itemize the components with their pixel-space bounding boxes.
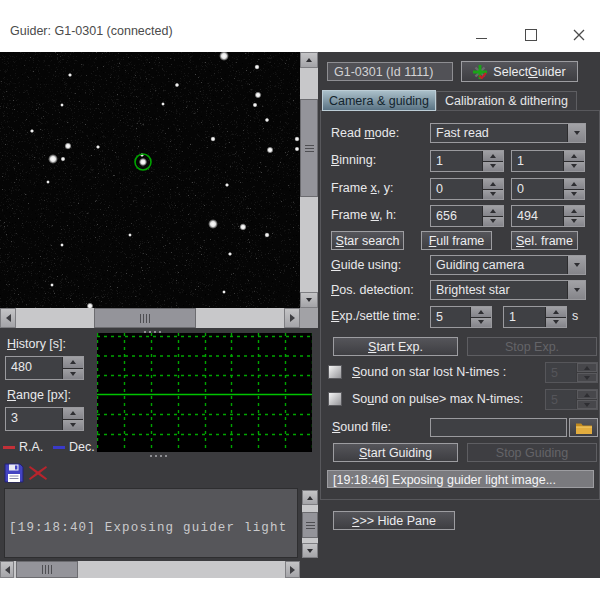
history-label: History [s]: xyxy=(7,337,66,351)
pos-detection-dropdown[interactable]: Brightest star xyxy=(430,280,586,300)
stop-guiding-button: Stop Guiding xyxy=(467,443,597,462)
spin-down-icon[interactable] xyxy=(483,162,503,172)
log-line: [19:18:40] Exposing guider light xyxy=(9,521,297,535)
spin-down-icon[interactable] xyxy=(564,190,584,200)
sound-file-label: Sound file: xyxy=(332,420,391,434)
settle-time-spinner[interactable]: 1 xyxy=(503,306,567,328)
sound-pulse-max-label: Sound on pulse> max N-times: xyxy=(352,392,523,406)
image-vscroll-thumb[interactable] xyxy=(300,99,318,197)
window-title: Guider: G1-0301 (connected) xyxy=(10,24,173,38)
frame-wh-label: Frame w, h: xyxy=(331,208,396,222)
browse-sound-file-button[interactable] xyxy=(569,418,598,437)
spin-down-icon[interactable] xyxy=(564,217,584,227)
range-label: Range [px]: xyxy=(7,388,71,402)
status-field: [19:18:46] Exposing guider light image..… xyxy=(327,470,594,488)
spin-down-icon[interactable] xyxy=(546,318,566,328)
binning-x-spinner[interactable]: 1 xyxy=(430,150,504,172)
scroll-down-icon[interactable] xyxy=(300,292,318,308)
guider-window: Guider: G1-0301 (connected) xyxy=(0,0,600,600)
tab-calibration-dithering[interactable]: Calibration & dithering xyxy=(436,91,577,111)
range-spinner[interactable]: 3 xyxy=(5,407,84,431)
frame-x-spinner[interactable]: 0 xyxy=(430,178,504,200)
spin-up-icon[interactable] xyxy=(546,307,566,317)
history-spinner[interactable]: 480 xyxy=(5,356,84,380)
scroll-left-icon[interactable] xyxy=(0,308,16,328)
image-horizontal-scrollbar[interactable] xyxy=(0,308,300,328)
scroll-right-icon[interactable] xyxy=(284,308,300,328)
sound-file-input[interactable] xyxy=(430,418,567,437)
guide-using-dropdown[interactable]: Guiding camera xyxy=(430,255,586,275)
start-exposure-button[interactable]: Start Exp. xyxy=(333,337,458,356)
binning-y-spinner[interactable]: 1 xyxy=(511,150,585,172)
spin-up-icon[interactable] xyxy=(63,408,83,419)
tab-camera-guiding[interactable]: Camera & guiding xyxy=(322,90,436,111)
chevron-down-icon[interactable] xyxy=(567,281,585,299)
frame-h-spinner[interactable]: 494 xyxy=(511,205,585,227)
spin-up-icon[interactable] xyxy=(483,206,503,216)
spin-up-icon[interactable] xyxy=(564,206,584,216)
scrollbar-corner xyxy=(300,308,318,328)
guiding-graph-canvas xyxy=(97,333,312,452)
scroll-left-icon[interactable] xyxy=(0,561,14,578)
frame-y-spinner[interactable]: 0 xyxy=(511,178,585,200)
scroll-down-icon[interactable] xyxy=(302,543,318,558)
spin-up-icon xyxy=(577,363,597,372)
spin-down-icon[interactable] xyxy=(483,217,503,227)
spin-down-icon xyxy=(577,400,597,409)
ra-legend-swatch xyxy=(3,446,15,449)
frame-w-spinner[interactable]: 656 xyxy=(430,205,504,227)
spin-down-icon[interactable] xyxy=(564,162,584,172)
save-log-button[interactable] xyxy=(4,463,24,483)
settings-panel: G1-0301 (Id 1111) Select Guider Camera &… xyxy=(318,52,600,578)
spin-down-icon[interactable] xyxy=(483,190,503,200)
scroll-up-icon[interactable] xyxy=(300,52,318,68)
chevron-down-icon[interactable] xyxy=(567,256,585,274)
spin-up-icon[interactable] xyxy=(471,307,491,317)
scroll-up-icon[interactable] xyxy=(302,490,318,505)
clear-log-button[interactable] xyxy=(28,463,48,483)
read-mode-label: Read mode: xyxy=(331,126,399,140)
start-guiding-button[interactable]: Start Guiding xyxy=(333,443,458,462)
spin-up-icon[interactable] xyxy=(564,151,584,161)
read-mode-dropdown[interactable]: Fast read xyxy=(430,123,586,143)
spin-up-icon[interactable] xyxy=(564,179,584,189)
guide-using-label: Guide using: xyxy=(331,258,401,272)
log-hscroll-thumb[interactable] xyxy=(16,561,78,578)
image-vertical-scrollbar[interactable] xyxy=(300,52,318,308)
scroll-right-icon[interactable] xyxy=(285,561,300,578)
hide-pane-button[interactable]: >>> Hide Pane xyxy=(333,511,455,530)
pos-detection-label: Pos. detection: xyxy=(331,283,414,297)
spin-down-icon[interactable] xyxy=(63,420,83,431)
folder-icon xyxy=(576,422,592,434)
log-output[interactable]: [19:18:40] Exposing guider light [19:18:… xyxy=(4,488,298,558)
log-vertical-scrollbar[interactable] xyxy=(302,490,318,558)
full-frame-button[interactable]: Full frame xyxy=(421,231,492,250)
titlebar: Guider: G1-0301 (connected) xyxy=(0,0,600,52)
dec-legend-swatch xyxy=(53,446,65,449)
minimize-icon[interactable] xyxy=(471,26,491,44)
chevron-down-icon[interactable] xyxy=(567,124,585,142)
sound-pulse-max-checkbox[interactable] xyxy=(328,392,342,406)
desktop-background xyxy=(0,578,600,600)
splitter-handle[interactable] xyxy=(150,455,167,457)
log-vscroll-thumb[interactable] xyxy=(302,512,318,538)
sel-frame-button[interactable]: Sel. frame xyxy=(511,231,578,250)
exposure-time-spinner[interactable]: 5 xyxy=(430,306,492,328)
maximize-icon[interactable] xyxy=(521,26,541,44)
sound-pulse-max-spinner: 5 xyxy=(545,389,598,410)
spin-up-icon[interactable] xyxy=(483,151,503,161)
image-hscroll-thumb[interactable] xyxy=(94,308,196,328)
log-horizontal-scrollbar[interactable] xyxy=(0,561,300,578)
close-icon[interactable] xyxy=(569,26,589,44)
star-search-button[interactable]: Star search xyxy=(331,231,404,250)
spin-down-icon[interactable] xyxy=(471,318,491,328)
spin-up-icon[interactable] xyxy=(483,179,503,189)
spin-down-icon[interactable] xyxy=(63,369,83,380)
starfield-canvas[interactable] xyxy=(0,52,300,308)
binning-label: Binning: xyxy=(331,153,376,167)
spin-up-icon xyxy=(577,390,597,399)
select-guider-button[interactable]: Select Guider xyxy=(461,61,578,82)
sound-star-lost-checkbox[interactable] xyxy=(328,365,342,379)
red-x-icon xyxy=(28,463,48,483)
spin-up-icon[interactable] xyxy=(63,357,83,368)
